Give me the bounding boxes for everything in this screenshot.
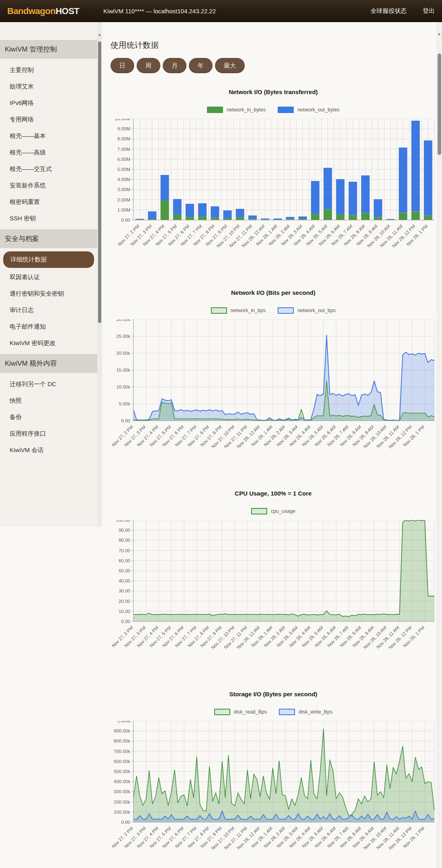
logo-bandwagon: Bandwagon <box>7 6 55 16</box>
svg-text:200.00k: 200.00k <box>114 800 130 804</box>
legend-swatch-icon <box>211 307 227 314</box>
legend-label: network_in_bytes <box>227 107 266 113</box>
legend-label: network_out_bytes <box>297 107 340 113</box>
svg-text:0.00: 0.00 <box>121 619 130 624</box>
chart-title: CPU Usage, 100% = 1 Core <box>110 490 436 497</box>
sidebar-item[interactable]: 通行密钥和安全密钥 <box>0 286 97 302</box>
chart-title: Network I/O (Bits per second) <box>110 289 436 296</box>
global-status-link[interactable]: 全球服役状态 <box>370 7 407 15</box>
legend-entry: network_out_bytes <box>278 107 340 113</box>
legend-swatch-icon <box>279 709 295 715</box>
svg-text:800.00k: 800.00k <box>114 738 130 743</box>
logout-link[interactable]: 登出 <box>423 7 435 15</box>
svg-text:0.00: 0.00 <box>121 418 130 423</box>
chart-plot: 30.00k25.00k20.00k15.00k10.00k5.00k0.00N… <box>110 319 436 461</box>
chart-legend: network_in_bpsnetwork_out_bps <box>110 306 436 315</box>
svg-text:Nov 28, 10 AM: Nov 28, 10 AM <box>362 625 387 650</box>
sidebar-item[interactable]: 主要控制 <box>0 62 97 78</box>
sidebar-scrollbar-thumb[interactable] <box>98 41 101 323</box>
svg-text:15.00k: 15.00k <box>116 368 130 372</box>
svg-text:5.00M: 5.00M <box>117 167 130 172</box>
page-scroll-up-icon[interactable]: ▲ <box>437 32 441 36</box>
sidebar-item[interactable]: 双因素认证 <box>0 269 97 286</box>
page-title: 使用统计数据 <box>110 40 436 51</box>
svg-text:10.00M: 10.00M <box>115 119 130 121</box>
svg-text:Nov 27, 2 PM: Nov 27, 2 PM <box>111 625 134 648</box>
sidebar-item[interactable]: 安装新作系统 <box>0 177 97 194</box>
sidebar-item[interactable]: 审计日志 <box>0 302 97 319</box>
sidebar-item[interactable]: 专用网络 <box>0 111 97 128</box>
sidebar-item[interactable]: 根壳——高级 <box>0 144 97 161</box>
sidebar-item-active[interactable]: 详细统计数据 <box>3 251 94 268</box>
svg-text:40.00: 40.00 <box>119 578 130 583</box>
range-button[interactable]: 年 <box>189 58 213 73</box>
range-button[interactable]: 周 <box>137 58 160 73</box>
chart-legend: disk_read_Bpsdisk_write_Bps <box>110 708 436 716</box>
range-buttons: 日周月年最大 <box>110 58 436 73</box>
svg-text:9.00M: 9.00M <box>117 126 130 131</box>
legend-label: disk_read_Bps <box>234 709 267 715</box>
sidebar-item[interactable]: 根密码重置 <box>0 194 97 210</box>
sidebar-item[interactable]: 电子邮件通知 <box>0 319 97 335</box>
svg-text:20.00: 20.00 <box>119 599 130 604</box>
sidebar-item[interactable]: 应用程序接口 <box>0 426 97 442</box>
svg-text:Nov 27, 2 PM: Nov 27, 2 PM <box>111 826 134 849</box>
svg-text:Nov 27, 11 PM: Nov 27, 11 PM <box>223 625 248 650</box>
chart-cpu: CPU Usage, 100% = 1 Corecpu_usage100.009… <box>110 490 436 662</box>
sidebar-item[interactable]: KiwiVM 会话 <box>0 442 97 459</box>
svg-text:90.00: 90.00 <box>119 528 130 533</box>
legend-entry: disk_read_Bps <box>214 709 267 715</box>
chart-legend: network_in_bytesnetwork_out_bytes <box>110 106 436 114</box>
svg-text:100.00: 100.00 <box>116 520 130 522</box>
top-header: BandwagonHOST KiwiVM 110**** — localhost… <box>0 0 442 22</box>
svg-text:8.00M: 8.00M <box>117 136 130 141</box>
sidebar-section-header: KiwiVM 管理控制 <box>0 40 97 59</box>
range-button[interactable]: 最大 <box>215 58 245 73</box>
svg-text:Nov 27, 2 PM: Nov 27, 2 PM <box>111 424 134 448</box>
legend-entry: network_in_bytes <box>207 107 266 113</box>
chart-plot: 1.00M900.00k800.00k700.00k600.00k500.00k… <box>110 721 436 862</box>
legend-swatch-icon <box>207 107 223 113</box>
sidebar-item[interactable]: 根壳——基本 <box>0 128 97 144</box>
chart-legend: cpu_usage <box>110 507 436 515</box>
sidebar-item[interactable]: 备份 <box>0 409 97 426</box>
sidebar-nav: KiwiVM 管理控制主要控制助理艾米IPv6网络专用网络根壳——基本根壳——高… <box>0 22 97 527</box>
svg-text:Nov 27, 2 PM: Nov 27, 2 PM <box>117 224 140 247</box>
legend-label: network_in_bps <box>231 308 266 313</box>
legend-entry: network_in_bps <box>211 307 266 314</box>
header-links: 全球服役状态 登出 <box>370 7 435 15</box>
sidebar-item[interactable]: 根壳——交互式 <box>0 161 97 177</box>
logo-host: HOST <box>55 6 79 16</box>
svg-text:Nov 28, 10 AM: Nov 28, 10 AM <box>362 826 387 851</box>
svg-text:7.00M: 7.00M <box>117 147 130 152</box>
sidebar-item[interactable]: IPv6网络 <box>0 95 97 111</box>
sidebar-scroll-up-icon[interactable]: ▲ <box>98 33 102 37</box>
svg-text:Nov 28, 11 AM: Nov 28, 11 AM <box>375 826 400 850</box>
chart-net_bps: Network I/O (Bits per second)network_in_… <box>110 289 436 461</box>
charts: Network I/O (Bytes transferred)network_i… <box>110 88 436 862</box>
chart-title: Network I/O (Bytes transferred) <box>110 88 436 95</box>
svg-text:700.00k: 700.00k <box>114 749 130 754</box>
sidebar-item[interactable]: 迁移到另一个 DC <box>0 376 97 393</box>
sidebar-item[interactable]: KiwiVM 密码更改 <box>0 335 97 352</box>
svg-text:6.00M: 6.00M <box>117 157 130 162</box>
svg-text:0.00: 0.00 <box>121 820 130 825</box>
sidebar-item[interactable]: 助理艾米 <box>0 78 97 95</box>
svg-text:Nov 27, 11 PM: Nov 27, 11 PM <box>223 826 248 851</box>
svg-text:50.00: 50.00 <box>119 568 130 573</box>
range-button[interactable]: 月 <box>163 58 186 73</box>
svg-text:Nov 27, 11 PM: Nov 27, 11 PM <box>223 424 248 449</box>
chart-plot: 10.00M9.00M8.00M7.00M6.00M5.00M4.00M3.00… <box>110 119 436 260</box>
bandwagonhost-logo[interactable]: BandwagonHOST <box>7 6 79 16</box>
legend-swatch-icon <box>278 307 294 314</box>
sidebar-item[interactable]: SSH 密钥 <box>0 210 97 227</box>
svg-text:100.00k: 100.00k <box>114 810 130 815</box>
page-scrollbar-thumb[interactable] <box>438 53 441 155</box>
sidebar-section-header: 安全与档案 <box>0 229 97 248</box>
svg-text:2.00M: 2.00M <box>117 197 130 202</box>
svg-text:10.00k: 10.00k <box>116 385 130 389</box>
page-scrollbar[interactable]: ▲ <box>436 22 442 868</box>
chart-title: Storage I/O (Bytes per second) <box>110 691 436 697</box>
range-button[interactable]: 日 <box>110 58 134 73</box>
sidebar-item[interactable]: 快照 <box>0 393 97 409</box>
